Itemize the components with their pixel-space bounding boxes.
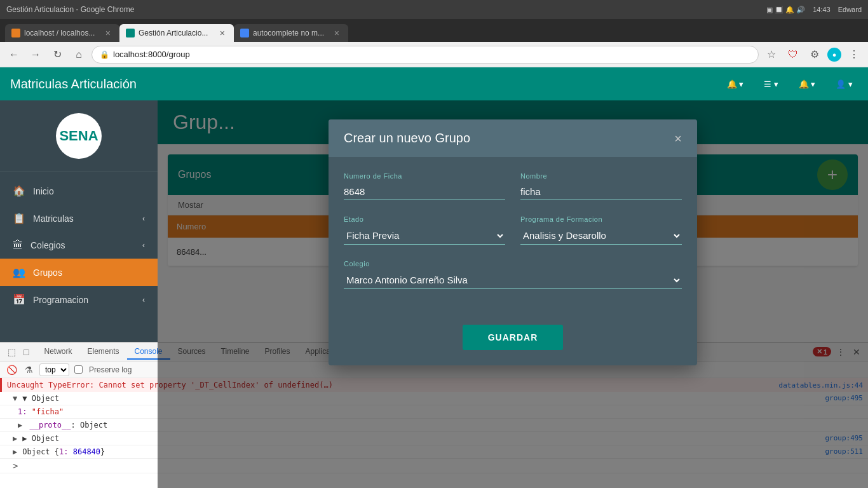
colegios-arrow: ‹ — [142, 241, 145, 250]
programacion-icon: 📅 — [13, 294, 25, 306]
estado-select[interactable]: Ficha Previa Activo Inactivo — [344, 227, 505, 245]
devtools-inspector-icon[interactable]: □ — [21, 346, 31, 358]
modal-header: Crear un nuevo Grupo × — [329, 119, 697, 157]
address-bar[interactable]: 🔒 localhost:8000/group — [92, 46, 759, 64]
system-icons: ▣ 🔲 🔔 🔊 — [766, 6, 805, 14]
sidebar-item-colegios[interactable]: 🏛 Colegios ‹ — [0, 232, 158, 259]
grupos-icon: 👥 — [13, 266, 25, 278]
browser-tabs-bar: localhost / localhos... × Gestión Articu… — [0, 19, 868, 42]
tab-2-label: Gestión Articulacio... — [139, 29, 208, 37]
sidebar-item-programacion[interactable]: 📅 Programacion ‹ — [0, 286, 158, 313]
home-button[interactable]: ⌂ — [70, 46, 88, 64]
colegios-icon: 🏛 — [13, 240, 23, 251]
tab-1-favicon — [11, 29, 20, 37]
toolbar-icons: ☆ 🛡 ⚙ ● ⋮ — [763, 46, 863, 64]
modal-close-button[interactable]: × — [674, 132, 682, 145]
colegio-select[interactable]: Marco Antonio Carreño Silva Otro Colegio — [344, 271, 682, 289]
tab-1-close[interactable]: × — [105, 28, 111, 38]
console-object-content: ▼ ▼ Object — [13, 394, 59, 403]
matriculas-icon: 📋 — [13, 212, 25, 224]
guardar-button[interactable]: GUARDAR — [463, 325, 564, 350]
extension-icon[interactable]: ⚙ — [806, 46, 824, 64]
menu-button[interactable]: ☰ ▾ — [759, 77, 783, 92]
expand-toggle-2[interactable]: ▶ — [13, 434, 17, 443]
modal-body: Numero de Ficha Nombre Etado — [329, 157, 697, 320]
devtools-tab-network[interactable]: Network — [36, 344, 79, 360]
tab-3-close[interactable]: × — [334, 28, 339, 38]
programacion-arrow: ‹ — [142, 295, 145, 304]
form-row-1: Numero de Ficha Nombre — [344, 172, 682, 200]
tab-1-label: localhost / localhos... — [24, 29, 95, 37]
filter-icon-button[interactable]: ⚗ — [24, 363, 34, 376]
console-prompt[interactable]: > — [13, 461, 18, 471]
inicio-icon: 🏠 — [13, 185, 25, 197]
expand-toggle-3[interactable]: ▶ — [13, 447, 17, 456]
console-object-collapsed-content-1: ▶ ▶ Object — [13, 434, 59, 443]
user-button[interactable]: 👤 ▾ — [831, 77, 858, 92]
browser-toolbar: ← → ↻ ⌂ 🔒 localhost:8000/group ☆ 🛡 ⚙ ● ⋮ — [0, 42, 868, 67]
tab-3[interactable]: autocomplete no m... × — [234, 24, 348, 42]
sidebar-item-matriculas[interactable]: 📋 Matriculas ‹ — [0, 205, 158, 232]
page-content: Grup... Grupos + Mostar Numero o — [158, 100, 868, 488]
browser-titlebar: Gestión Articulacion - Google Chrome ▣ 🔲… — [0, 0, 868, 19]
modal-overlay: Crear un nuevo Grupo × Numero de Ficha N… — [158, 100, 868, 488]
address-text: localhost:8000/group — [113, 50, 190, 59]
app-container: Matriculas Articulación 🔔 ▾ ☰ ▾ 🔔 ▾ 👤 ▾ … — [0, 67, 868, 488]
preserve-log-checkbox[interactable] — [74, 365, 83, 374]
object-prefix-2: ▶ Object — [22, 434, 59, 443]
sidebar-item-inicio-label: Inicio — [33, 186, 54, 196]
devtools-tab-icons: ⬚ □ — [5, 346, 31, 358]
top-navbar: Matriculas Articulación 🔔 ▾ ☰ ▾ 🔔 ▾ 👤 ▾ — [0, 67, 868, 100]
modal-footer: GUARDAR — [329, 320, 697, 365]
tab-2-close[interactable]: × — [220, 28, 225, 38]
profile-icon[interactable]: ● — [827, 48, 841, 62]
object-prefix-1: ▼ Object — [22, 394, 59, 403]
navbar-right: 🔔 ▾ ☰ ▾ 🔔 ▾ 👤 ▾ — [722, 77, 858, 92]
programa-select[interactable]: Analisis y Desarollo Sistemas — [520, 227, 682, 245]
programa-label: Programa de Formacion — [520, 215, 682, 223]
form-group-nombre: Nombre — [520, 172, 682, 200]
proto-toggle[interactable]: ▶ — [18, 421, 22, 430]
clear-console-button[interactable]: 🚫 — [5, 363, 18, 376]
context-select[interactable]: top — [39, 363, 69, 376]
form-group-numero: Numero de Ficha — [344, 172, 505, 200]
reload-button[interactable]: ↻ — [48, 46, 66, 64]
nombre-label: Nombre — [520, 172, 682, 180]
back-button[interactable]: ← — [5, 46, 23, 64]
form-group-estado: Etado Ficha Previa Activo Inactivo — [344, 215, 505, 245]
notification-button[interactable]: 🔔 ▾ — [794, 77, 821, 92]
sidebar-item-inicio[interactable]: 🏠 Inicio — [0, 177, 158, 205]
console-proto: ▶ __proto__: Object — [18, 421, 107, 430]
shield-icon[interactable]: 🛡 — [784, 46, 802, 64]
object-prefix-3: Object {1: 864840} — [22, 447, 105, 456]
matriculas-arrow: ‹ — [142, 214, 145, 223]
lock-icon: 🔒 — [100, 50, 109, 59]
tab-3-favicon — [240, 29, 249, 37]
tab-2[interactable]: Gestión Articulacio... × — [119, 24, 234, 42]
tab-1[interactable]: localhost / localhos... × — [5, 24, 119, 42]
sidebar-item-grupos-label: Grupos — [33, 268, 62, 278]
devtools-tab-elements[interactable]: Elements — [79, 344, 126, 360]
sidebar-item-grupos[interactable]: 👥 Grupos — [0, 259, 158, 286]
preserve-log-label: Preserve log — [89, 365, 132, 374]
console-object-collapsed-content-2: ▶ Object {1: 864840} — [13, 447, 105, 456]
sidebar-item-matriculas-label: Matriculas — [33, 214, 74, 224]
sidebar-item-programacion-label: Programacion — [33, 295, 88, 305]
bell-button[interactable]: 🔔 ▾ — [722, 77, 749, 92]
nombre-input[interactable] — [520, 184, 682, 200]
console-key-1: 1: "ficha" — [18, 407, 64, 416]
titlebar-left: Gestión Articulacion - Google Chrome — [6, 5, 134, 14]
bookmark-icon[interactable]: ☆ — [763, 46, 780, 64]
forward-button[interactable]: → — [27, 46, 44, 64]
form-group-programa: Programa de Formacion Analisis y Desarol… — [520, 215, 682, 245]
titlebar-title: Gestión Articulacion - Google Chrome — [6, 5, 134, 14]
devtools-pointer-icon[interactable]: ⬚ — [5, 346, 18, 358]
expand-toggle[interactable]: ▼ — [13, 394, 17, 403]
modal-title: Crear un nuevo Grupo — [344, 131, 470, 146]
numero-input[interactable] — [344, 184, 505, 200]
more-menu-icon[interactable]: ⋮ — [845, 46, 863, 64]
titlebar-right: ▣ 🔲 🔔 🔊 14:43 Edward — [766, 6, 862, 14]
sena-logo: SENA — [56, 113, 102, 159]
titlebar-user: Edward — [838, 6, 862, 13]
form-group-colegio: Colegio Marco Antonio Carreño Silva Otro… — [344, 260, 682, 289]
